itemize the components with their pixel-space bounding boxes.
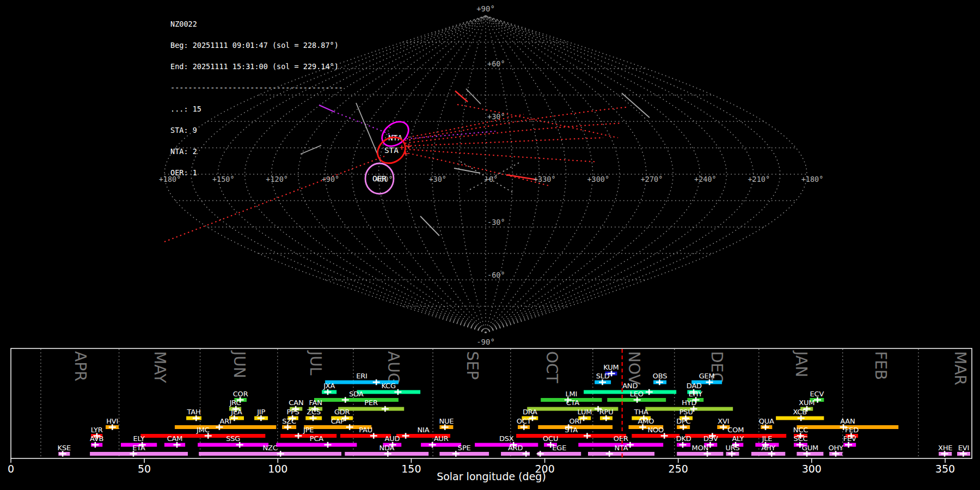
shower-label-jmc: JMC (196, 426, 210, 434)
peak-marker-cap (346, 424, 353, 430)
peak-marker-jip (258, 415, 265, 421)
meteor-trail (405, 107, 626, 140)
peak-marker-zcs (310, 415, 317, 421)
month-label: JUN (230, 350, 248, 378)
peak-marker-cam (174, 442, 181, 448)
shower-label-lum: LUM (578, 408, 592, 416)
radiant-cross-mark (407, 144, 411, 149)
shower-label-jea: JEA (230, 408, 242, 416)
shower-label-sld: SLD (596, 372, 610, 380)
peak-marker-ohy (832, 451, 840, 456)
peak-marker-avb (91, 442, 99, 448)
x-tick-label: 300 (802, 463, 822, 475)
peak-marker-eta (130, 451, 137, 456)
shower-label-and: AND (622, 382, 638, 390)
peak-marker-pca (324, 442, 332, 448)
end-time: End: 20251111 15:31:00 (sol = 229.14°) (170, 63, 343, 70)
shower-label-ssg: SSG (226, 434, 240, 443)
south-pole-label: -90° (476, 338, 495, 346)
peak-marker-sta (584, 433, 591, 438)
shower-label-kcg: KCG (382, 382, 396, 390)
shower-label-tah: TAH (187, 408, 201, 416)
shower-label-gum: GUM (802, 444, 818, 452)
shower-bar-sta (516, 434, 626, 438)
peak-marker-eri (373, 379, 380, 385)
meteor-trail (466, 89, 481, 104)
peak-marker-ahy (768, 451, 775, 456)
shower-label-avb: AVB (90, 434, 103, 443)
shower-label-pau: PAU (359, 426, 372, 434)
shower-bar-nta (588, 452, 654, 456)
month-label: JUL (307, 350, 324, 376)
shower-label-ehy: EHY (689, 390, 703, 398)
peak-marker-kcg (394, 389, 401, 395)
shower-label-tha: THA (634, 408, 648, 416)
latitude-label: +30° (487, 112, 505, 121)
shower-label-fed: FED (845, 426, 859, 434)
shower-label-nta: NTA (615, 444, 628, 452)
shower-label-xhe: XHE (938, 444, 952, 452)
shower-label-dsx: DSX (499, 434, 514, 443)
map-meridian (486, 16, 646, 333)
month-label: FEB (872, 351, 890, 380)
longitude-label: +240° (694, 175, 716, 183)
radiant-label-sta: STA (384, 146, 399, 155)
shower-bar-ssg (198, 443, 268, 447)
peak-marker-ard (523, 451, 530, 456)
shower-label-xum: XUM (799, 399, 814, 407)
longitude-label: +210° (748, 175, 770, 183)
shower-label-aly: ALY (732, 434, 744, 443)
shower-label-dra: DRA (523, 408, 537, 416)
shower-bar-mon (677, 452, 723, 456)
meteor-trail (404, 152, 551, 186)
shower-label-dkd: DKD (676, 434, 691, 443)
shower-label-dpc: DPC (676, 417, 690, 425)
shower-label-pca: PCA (310, 434, 324, 443)
shower-label-cam: CAM (167, 434, 183, 443)
peak-marker-dkd (679, 442, 687, 448)
x-tick-label: 350 (935, 463, 955, 475)
longitude-label: +30° (428, 175, 446, 183)
shower-label-psu: PSU (679, 408, 693, 416)
shower-bar-noo (632, 434, 679, 438)
shower-bar-jmc (140, 434, 265, 438)
shower-bar-dsx (475, 443, 538, 447)
meteor-trail (406, 138, 603, 146)
latitude-label: -60° (487, 271, 505, 279)
shower-label-rpu: RPU (599, 408, 614, 416)
shower-label-lmi: LMI (565, 390, 577, 398)
shower-label-ocu: OCU (543, 434, 558, 443)
shower-bar-kcg (357, 390, 420, 394)
shower-label-per: PER (364, 399, 378, 407)
longitude-label: +0° (485, 175, 498, 183)
shower-label-nda: NDA (379, 444, 394, 452)
peak-marker-amo (639, 424, 646, 430)
shower-label-fan: FAN (309, 399, 322, 407)
divider-line: --------------------------------------- (170, 84, 343, 91)
shower-label-jpe: JPE (303, 426, 314, 434)
shower-bar-ege (537, 452, 581, 456)
shower-label-amo: AMO (638, 417, 654, 425)
peak-marker-nia (402, 433, 409, 438)
shower-label-nue: NUE (439, 417, 454, 425)
peak-marker-sld (599, 379, 606, 385)
peak-marker-aur (429, 442, 436, 448)
shower-bar-sda (314, 398, 399, 402)
peak-marker-jmc (205, 433, 212, 438)
month-label: MAY (151, 351, 169, 383)
shower-bar-spe (439, 452, 489, 456)
peak-marker-pau (370, 433, 377, 438)
shower-label-cta: CTA (566, 399, 580, 407)
peak-marker-nta (606, 451, 613, 456)
shower-label-aan: AAN (840, 417, 855, 425)
peak-marker-ecv (814, 397, 821, 402)
shower-label-spe: SPE (458, 444, 471, 452)
shower-label-cap: CAP (331, 417, 345, 425)
shower-label-ege: EGE (552, 444, 566, 452)
shower-label-nia: NIA (418, 426, 430, 434)
month-label: AUG (384, 351, 402, 384)
shower-label-fev: FEV (843, 434, 856, 443)
shower-label-dsv: DSV (703, 434, 718, 443)
peak-marker-and (646, 389, 653, 395)
shower-label-hvi: HVI (106, 417, 118, 425)
